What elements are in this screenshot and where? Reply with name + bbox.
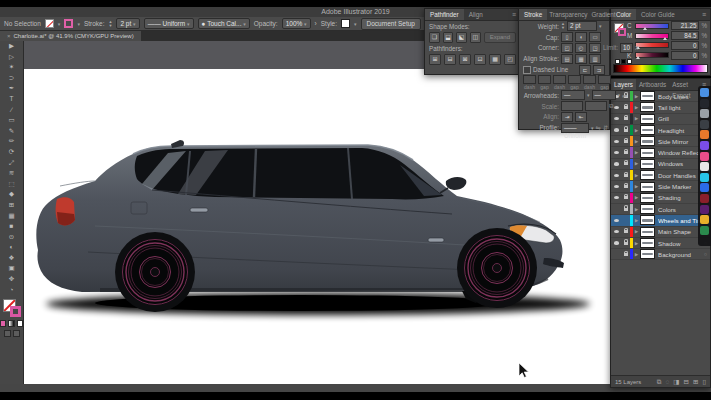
hand-tool[interactable]: ✥ <box>0 274 23 285</box>
layer-name[interactable]: Shadow <box>658 240 701 247</box>
cap-round-button[interactable]: ◖ <box>575 32 587 42</box>
arrow-align-tip-button[interactable]: ⇥ <box>561 112 573 122</box>
arrow-align-end-button[interactable]: ⇤ <box>575 112 587 122</box>
corner-round-button[interactable]: ◴ <box>575 43 587 53</box>
layer-name[interactable]: Body Lines <box>658 93 701 100</box>
exclude-button[interactable]: ◫ <box>470 32 481 43</box>
intersect-button[interactable]: ⬕ <box>456 32 467 43</box>
dock-app-icon-6[interactable] <box>700 152 709 161</box>
mesh-tool[interactable]: ▦ <box>0 211 23 222</box>
outline-button[interactable]: ▦ <box>489 54 501 65</box>
channel-value[interactable]: 21.25 <box>671 21 699 30</box>
cap-projecting-button[interactable]: ▭ <box>589 32 601 42</box>
preserve-dashes-button[interactable]: ⊏ <box>579 65 591 75</box>
brush-dropdown[interactable]: ● Touch Cal... ▾ <box>198 18 250 29</box>
cap-butt-button[interactable]: ▯ <box>561 32 573 42</box>
layer-name[interactable]: Side Marker <box>658 183 701 190</box>
expand-button[interactable]: Expand <box>484 32 516 43</box>
weight-caret[interactable]: ▾ <box>599 23 602 29</box>
expand-arrow-icon[interactable]: ▶ <box>633 105 640 110</box>
align-inside-button[interactable]: ▦ <box>575 54 587 64</box>
expand-arrow-icon[interactable]: ▶ <box>633 94 640 99</box>
lock-toggle[interactable] <box>621 162 630 165</box>
color-button[interactable] <box>0 320 6 327</box>
type-tool[interactable]: T <box>0 94 23 105</box>
swap-arrowheads-icon[interactable]: ⇄ <box>622 92 627 99</box>
lasso-tool[interactable]: ⊃ <box>0 73 23 84</box>
layer-thumbnail[interactable] <box>640 136 655 146</box>
lock-toggle[interactable] <box>621 129 630 132</box>
dock-app-icon-12[interactable] <box>700 215 709 224</box>
slider-track[interactable] <box>635 23 669 29</box>
dock-app-icon-4[interactable] <box>700 130 709 139</box>
layer-thumbnail[interactable] <box>640 159 655 169</box>
opacity-field[interactable]: 100% ▾ <box>282 18 311 29</box>
layer-name[interactable]: Headlight <box>658 127 701 134</box>
channel-value[interactable]: 84.5 <box>671 31 699 40</box>
layer-row[interactable]: ▶Headlight○ <box>611 125 710 136</box>
screen-mode-button[interactable] <box>13 330 20 337</box>
layer-row[interactable]: ▶Shadow○ <box>611 238 710 249</box>
trim-button[interactable]: ⊟ <box>444 54 456 65</box>
layer-name[interactable]: Background <box>658 251 701 258</box>
width-profile-dropdown[interactable]: —— Uniform ▾ <box>144 18 194 29</box>
gap-field[interactable] <box>568 75 581 84</box>
layer-thumbnail[interactable] <box>640 193 655 203</box>
flip-across-icon[interactable]: ⇵ <box>603 124 608 131</box>
unite-button[interactable]: ❏ <box>429 32 440 43</box>
expand-arrow-icon[interactable]: ▶ <box>633 207 640 212</box>
layer-thumbnail[interactable] <box>640 238 655 248</box>
new-layer-icon[interactable]: ⊞ <box>693 378 698 386</box>
tab-color-guide[interactable]: Color Guide <box>636 9 680 20</box>
dock-app-icon-1[interactable] <box>700 99 709 108</box>
dock-app-icon-9[interactable] <box>700 183 709 192</box>
dock-app-icon-11[interactable] <box>700 205 709 214</box>
dock-app-icon-10[interactable] <box>700 194 709 203</box>
visibility-toggle[interactable] <box>611 151 621 154</box>
tab-asset-export[interactable]: Asset Export <box>669 79 698 90</box>
color-stroke-pink[interactable] <box>618 28 626 36</box>
dock-app-icon-5[interactable] <box>700 141 709 150</box>
visibility-toggle[interactable] <box>611 128 621 131</box>
layer-thumbnail[interactable] <box>640 102 655 112</box>
dash-field[interactable] <box>583 75 596 84</box>
dock-app-icon-13[interactable] <box>700 226 709 235</box>
expand-arrow-icon[interactable]: ▶ <box>633 128 640 133</box>
tab-transparency[interactable]: Transparency <box>547 9 589 20</box>
layer-name[interactable]: Shading <box>658 194 701 201</box>
slider-thumb[interactable] <box>636 56 640 59</box>
lock-toggle[interactable] <box>621 140 630 143</box>
layer-thumbnail[interactable] <box>640 204 655 214</box>
gradient-button[interactable] <box>8 320 14 327</box>
layer-thumbnail[interactable] <box>640 182 655 192</box>
profile-caret[interactable]: ▾ <box>591 125 594 131</box>
stroke-swatch[interactable] <box>64 19 73 28</box>
close-tab-icon[interactable]: × <box>7 33 11 39</box>
flip-along-icon[interactable]: ⇋ <box>596 124 601 131</box>
slider-track[interactable] <box>635 42 669 48</box>
link-scale-icon[interactable]: ⧉ <box>609 102 614 110</box>
document-tab[interactable]: ×Charlotte.ai* @ 41.9% (CMYK/GPU Preview… <box>0 31 141 41</box>
layer-thumbnail[interactable] <box>640 170 655 180</box>
layer-row[interactable]: ▶Colors○ <box>611 204 710 215</box>
visibility-toggle[interactable] <box>611 117 621 120</box>
arrowhead-end-dropdown[interactable]: — <box>592 90 616 100</box>
target-circle-icon[interactable]: ○ <box>701 251 710 257</box>
minus-back-button[interactable]: ◰ <box>504 54 516 65</box>
artboard-tool[interactable]: ▣ <box>0 263 23 274</box>
visibility-toggle[interactable] <box>611 230 621 233</box>
layer-name[interactable]: Tail light <box>658 104 701 111</box>
slider-track[interactable] <box>635 33 669 39</box>
layer-row[interactable]: ▶Shading○ <box>611 193 710 204</box>
crop-button[interactable]: ⊡ <box>474 54 486 65</box>
selection-tool[interactable]: ▶ <box>0 41 23 52</box>
weight-stepper[interactable]: ▲▼ <box>561 22 565 30</box>
expand-arrow-icon[interactable]: ▶ <box>633 161 640 166</box>
fill-stroke-indicator[interactable] <box>3 299 21 317</box>
visibility-toggle[interactable] <box>611 196 621 199</box>
dock-app-icon-2[interactable] <box>700 109 709 118</box>
tab-gradient[interactable]: Gradient <box>589 9 617 20</box>
tab-align[interactable]: Align <box>464 9 488 20</box>
layer-thumbnail[interactable] <box>640 215 655 225</box>
dashed-line-checkbox[interactable] <box>523 66 531 74</box>
